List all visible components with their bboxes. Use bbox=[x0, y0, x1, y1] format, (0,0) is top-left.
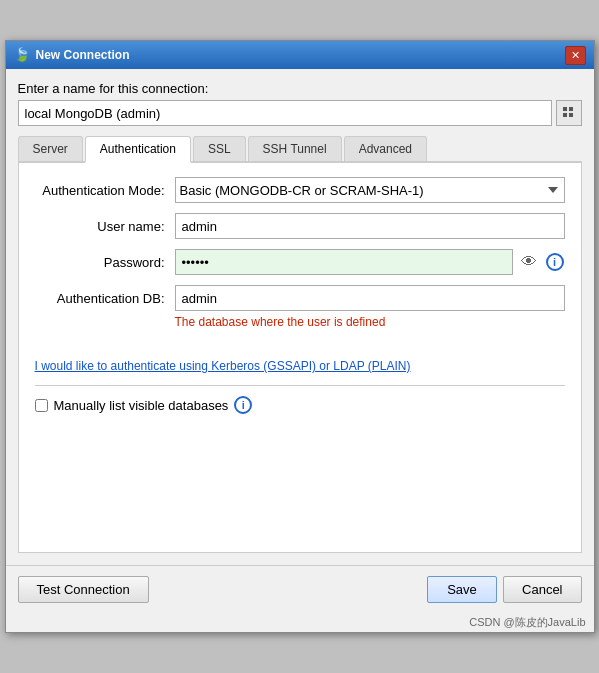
close-button[interactable]: ✕ bbox=[565, 46, 586, 65]
tab-authentication[interactable]: Authentication bbox=[85, 136, 191, 163]
svg-rect-1 bbox=[569, 107, 573, 111]
tab-ssl[interactable]: SSL bbox=[193, 136, 246, 161]
username-input[interactable] bbox=[175, 213, 565, 239]
auth-mode-label: Authentication Mode: bbox=[35, 183, 175, 198]
tab-server[interactable]: Server bbox=[18, 136, 83, 161]
svg-rect-3 bbox=[569, 113, 573, 117]
password-label: Password: bbox=[35, 255, 175, 270]
manually-list-info[interactable]: i bbox=[234, 396, 252, 414]
tab-advanced[interactable]: Advanced bbox=[344, 136, 427, 161]
password-control: 👁 i bbox=[175, 249, 565, 275]
kerberos-link[interactable]: I would like to authenticate using Kerbe… bbox=[35, 359, 565, 373]
auth-db-label: Authentication DB: bbox=[35, 291, 175, 306]
watermark: CSDN @陈皮的JavaLib bbox=[6, 613, 594, 632]
auth-mode-select[interactable]: None Basic (MONGODB-CR or SCRAM-SHA-1) M… bbox=[175, 177, 565, 203]
test-connection-button[interactable]: Test Connection bbox=[18, 576, 149, 603]
svg-rect-2 bbox=[563, 113, 567, 117]
connection-name-label: Enter a name for this connection: bbox=[18, 81, 582, 96]
auth-db-hint: The database where the user is defined bbox=[175, 315, 565, 329]
tab-ssh-tunnel[interactable]: SSH Tunnel bbox=[248, 136, 342, 161]
manually-list-checkbox[interactable] bbox=[35, 399, 48, 412]
tab-bar: Server Authentication SSL SSH Tunnel Adv… bbox=[18, 136, 582, 163]
username-control bbox=[175, 213, 565, 239]
manually-list-row: Manually list visible databases i bbox=[35, 396, 565, 414]
username-row: User name: bbox=[35, 213, 565, 239]
footer: Test Connection Save Cancel bbox=[6, 565, 594, 613]
connection-name-row bbox=[18, 100, 582, 126]
password-input-row: 👁 i bbox=[175, 249, 565, 275]
password-row: Password: 👁 i bbox=[35, 249, 565, 275]
show-password-button[interactable]: 👁 bbox=[517, 250, 541, 274]
window-title: New Connection bbox=[36, 48, 130, 62]
title-bar: 🍃 New Connection ✕ bbox=[6, 41, 594, 69]
password-info-button[interactable]: i bbox=[545, 252, 565, 272]
grid-icon bbox=[562, 106, 576, 120]
favorite-button[interactable] bbox=[556, 100, 582, 126]
manually-list-label: Manually list visible databases bbox=[54, 398, 229, 413]
auth-mode-row: Authentication Mode: None Basic (MONGODB… bbox=[35, 177, 565, 203]
tab-content-authentication: Authentication Mode: None Basic (MONGODB… bbox=[18, 163, 582, 553]
footer-right: Save Cancel bbox=[427, 576, 581, 603]
auth-mode-control: None Basic (MONGODB-CR or SCRAM-SHA-1) M… bbox=[175, 177, 565, 203]
connection-name-input[interactable] bbox=[18, 100, 552, 126]
auth-db-control bbox=[175, 285, 565, 311]
cancel-button[interactable]: Cancel bbox=[503, 576, 581, 603]
password-input[interactable] bbox=[175, 249, 513, 275]
username-label: User name: bbox=[35, 219, 175, 234]
window-body: Enter a name for this connection: Server… bbox=[6, 69, 594, 565]
divider bbox=[35, 385, 565, 386]
main-window: 🍃 New Connection ✕ Enter a name for this… bbox=[5, 40, 595, 633]
svg-rect-0 bbox=[563, 107, 567, 111]
title-bar-left: 🍃 New Connection bbox=[14, 47, 130, 63]
title-buttons: ✕ bbox=[565, 46, 586, 65]
save-button[interactable]: Save bbox=[427, 576, 497, 603]
auth-db-row: Authentication DB: bbox=[35, 285, 565, 311]
app-icon: 🍃 bbox=[14, 47, 30, 63]
auth-db-input[interactable] bbox=[175, 285, 565, 311]
